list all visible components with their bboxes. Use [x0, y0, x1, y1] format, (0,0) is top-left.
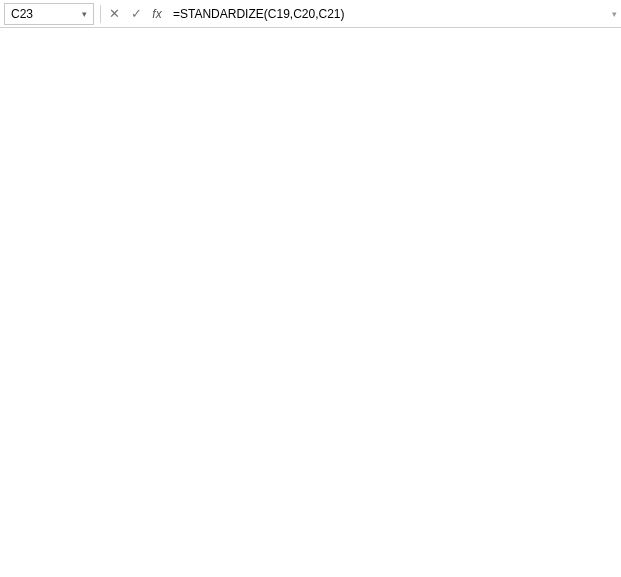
formula-bar: C23 ▾ ✕ ✓ fx =STANDARDIZE(C19,C20,C21) ▾: [0, 0, 621, 28]
formula-input[interactable]: =STANDARDIZE(C19,C20,C21): [167, 7, 608, 21]
name-box-text: C23: [11, 7, 82, 21]
name-box[interactable]: C23 ▾: [4, 3, 94, 25]
chevron-down-icon[interactable]: ▾: [82, 9, 87, 19]
divider: [100, 5, 101, 23]
fx-icon[interactable]: fx: [147, 7, 167, 21]
confirm-icon[interactable]: ✓: [125, 6, 147, 21]
cancel-icon[interactable]: ✕: [103, 6, 125, 21]
formula-expand-icon[interactable]: ▾: [608, 9, 621, 19]
